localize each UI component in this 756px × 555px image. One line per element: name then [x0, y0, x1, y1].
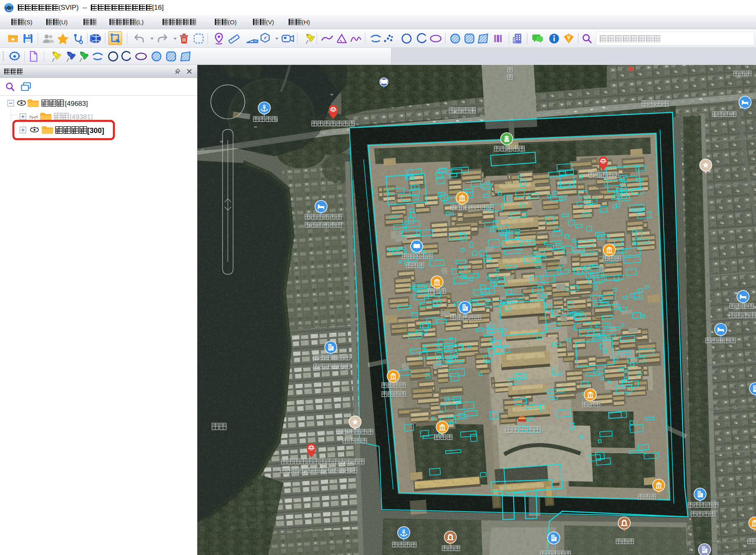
- svg-text:[49381]: [49381]: [70, 113, 93, 121]
- svg-text:[300]: [300]: [87, 127, 104, 135]
- svg-text:[49683]: [49683]: [65, 100, 88, 108]
- svg-text:V: V: [567, 35, 570, 40]
